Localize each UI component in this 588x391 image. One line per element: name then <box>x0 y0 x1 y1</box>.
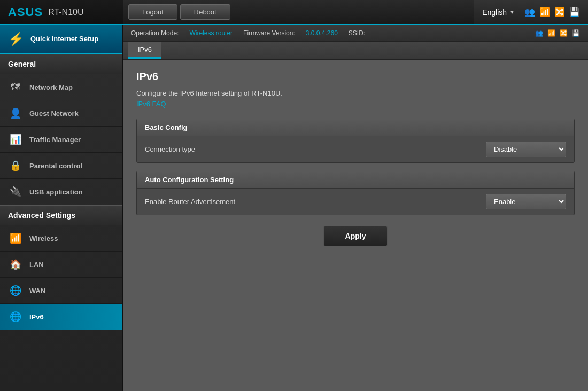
router-advertisement-row: Enable Router Advertisement Enable Disab… <box>137 189 574 215</box>
connection-icon: 🔀 <box>554 7 565 17</box>
tab-ipv6[interactable]: IPv6 <box>128 42 161 59</box>
quick-setup-icon: ⚡ <box>8 32 24 46</box>
info-wifi-icon: 📶 <box>547 29 555 37</box>
content-area: IPv6 Configure the IPv6 Internet setting… <box>123 60 588 268</box>
sidebar-item-parental-control[interactable]: 🔒 Parental control <box>0 153 122 179</box>
connection-type-label: Connection type <box>145 145 486 153</box>
lan-icon: 🏠 <box>8 257 23 272</box>
quick-internet-setup[interactable]: ⚡ Quick Internet Setup <box>0 25 122 54</box>
sidebar-item-wireless-label: Wireless <box>29 234 58 243</box>
ipv6-icon: 🌐 <box>8 309 23 324</box>
quick-setup-label: Quick Internet Setup <box>30 35 98 44</box>
advanced-settings-section-title: Advanced Settings <box>0 205 122 225</box>
save-icon[interactable]: 💾 <box>569 7 580 17</box>
ipv6-faq-link[interactable]: IPv6 FAQ <box>136 100 575 108</box>
main-content: Operation Mode: Wireless router Firmware… <box>123 25 588 391</box>
brand-name: ASUS <box>8 5 43 19</box>
firmware-label: Firmware Version: <box>243 29 295 37</box>
apply-button[interactable]: Apply <box>323 226 388 246</box>
guest-network-icon: 👤 <box>8 106 23 121</box>
sidebar-item-wan-label: WAN <box>29 287 45 295</box>
sidebar-item-traffic-manager-label: Traffic Manager <box>29 136 81 144</box>
sidebar-item-guest-network[interactable]: 👤 Guest Network <box>0 100 122 127</box>
page-description: Configure the IPv6 Internet setting of R… <box>136 89 575 97</box>
basic-config-section: Basic Config Connection type Disable Aut… <box>136 119 575 163</box>
sidebar-item-network-map[interactable]: 🗺 Network Map <box>0 74 122 100</box>
page-title: IPv6 <box>136 71 575 83</box>
info-share-icon: 🔀 <box>560 29 568 37</box>
operation-mode-label: Operation Mode: <box>131 29 179 37</box>
sidebar-item-wan[interactable]: 🌐 WAN <box>0 278 122 304</box>
parental-control-icon: 🔒 <box>8 158 23 173</box>
sidebar-item-guest-network-label: Guest Network <box>29 110 79 118</box>
sidebar: ⚡ Quick Internet Setup General 🗺 Network… <box>0 25 123 391</box>
model-name: RT-N10U <box>48 7 83 17</box>
sidebar-item-usb-application[interactable]: 🔌 USB application <box>0 179 122 205</box>
sidebar-item-traffic-manager[interactable]: 📊 Traffic Manager <box>0 127 122 153</box>
wireless-icon: 📶 <box>8 231 23 246</box>
sidebar-item-usb-application-label: USB application <box>29 188 83 196</box>
language-selector[interactable]: English ▼ <box>482 8 515 17</box>
sidebar-item-wireless[interactable]: 📶 Wireless <box>0 225 122 252</box>
router-advertisement-select[interactable]: Enable Disable <box>486 194 566 209</box>
sidebar-item-lan-label: LAN <box>29 261 44 269</box>
usb-application-icon: 🔌 <box>8 184 23 199</box>
info-bar-icons: 👥 📶 🔀 💾 <box>535 29 580 37</box>
sidebar-item-network-map-label: Network Map <box>29 83 73 91</box>
connection-type-row: Connection type Disable Auto Manual 6in4… <box>137 136 574 162</box>
sidebar-item-ipv6[interactable]: 🌐 IPv6 <box>0 304 122 330</box>
top-nav: Logout Reboot <box>123 0 474 24</box>
info-bar: Operation Mode: Wireless router Firmware… <box>123 25 588 42</box>
ssid-label: SSID: <box>349 29 365 37</box>
info-save-icon: 💾 <box>572 29 580 37</box>
logout-button[interactable]: Logout <box>128 4 177 20</box>
firmware-value[interactable]: 3.0.0.4.260 <box>306 29 338 37</box>
general-section-title: General <box>0 54 122 74</box>
sidebar-item-ipv6-label: IPv6 <box>29 313 44 321</box>
network-map-icon: 🗺 <box>8 80 23 95</box>
wan-icon: 🌐 <box>8 283 23 298</box>
router-advertisement-label: Enable Router Advertisement <box>145 198 486 206</box>
operation-mode-value[interactable]: Wireless router <box>189 29 233 37</box>
users-icon[interactable]: 👥 <box>524 7 535 17</box>
language-label: English <box>482 8 507 17</box>
top-bar: ASUS RT-N10U Logout Reboot English ▼ 👥 📶… <box>0 0 588 25</box>
reboot-button[interactable]: Reboot <box>180 4 230 20</box>
layout: ⚡ Quick Internet Setup General 🗺 Network… <box>0 25 588 391</box>
auto-config-title: Auto Configuration Setting <box>137 171 574 189</box>
info-users-icon: 👥 <box>535 29 543 37</box>
traffic-manager-icon: 📊 <box>8 132 23 147</box>
logo: ASUS RT-N10U <box>0 0 123 24</box>
top-right: English ▼ 👥 📶 🔀 💾 <box>474 0 588 24</box>
language-arrow-icon: ▼ <box>509 9 515 15</box>
auto-config-section: Auto Configuration Setting Enable Router… <box>136 171 575 215</box>
sidebar-item-lan[interactable]: 🏠 LAN <box>0 252 122 278</box>
basic-config-title: Basic Config <box>137 119 574 136</box>
sidebar-item-parental-control-label: Parental control <box>29 162 82 170</box>
connection-type-select[interactable]: Disable Auto Manual 6in4 6to4 6rd Native <box>486 142 566 157</box>
tab-bar: IPv6 <box>123 42 588 60</box>
top-icons: 👥 📶 🔀 💾 <box>524 7 580 17</box>
wifi-status-icon: 📶 <box>539 7 550 17</box>
